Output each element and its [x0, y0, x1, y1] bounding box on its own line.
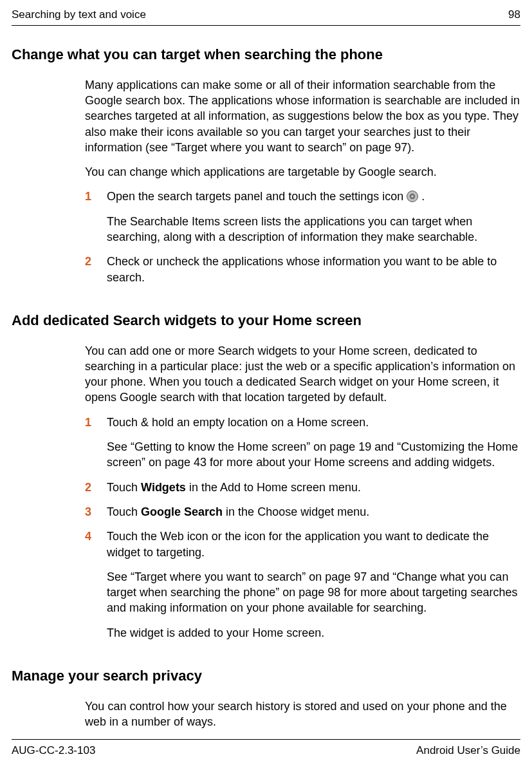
settings-icon: [407, 191, 418, 202]
step-number: 1: [85, 415, 107, 471]
page-header: Searching by text and voice 98: [12, 8, 520, 23]
footer-right: Android User’s Guide: [416, 744, 520, 758]
section-heading-add-widgets: Add dedicated Search widgets to your Hom…: [12, 311, 520, 330]
bold-label: Widgets: [141, 481, 186, 494]
section-body-change-target: Many applications can make some or all o…: [85, 77, 520, 285]
step-number: 1: [85, 189, 107, 245]
paragraph: Many applications can make some or all o…: [85, 77, 520, 155]
section-heading-privacy: Manage your search privacy: [12, 666, 520, 686]
step-text-span: .: [421, 190, 425, 203]
step-text-span: Open the search targets panel and touch …: [107, 190, 407, 203]
section-body-add-widgets: You can add one or more Search widgets t…: [85, 343, 520, 641]
page-number: 98: [508, 8, 520, 23]
paragraph: You can change which applications are ta…: [85, 164, 520, 180]
paragraph: You can control how your search history …: [85, 699, 520, 730]
step-text: Open the search targets panel and touch …: [107, 189, 520, 245]
footer-rule: [12, 739, 520, 740]
step-number: 2: [85, 254, 107, 285]
paragraph: The widget is added to your Home screen.: [107, 625, 520, 641]
step-text-span: Touch: [107, 505, 141, 518]
step-text: Touch & hold an empty location on a Home…: [107, 415, 520, 471]
step-number: 2: [85, 480, 107, 495]
paragraph: See “Target where you want to search” on…: [107, 569, 520, 616]
page-footer: AUG-CC-2.3-103 Android User’s Guide: [12, 739, 520, 758]
step-text-span: in the Choose widget menu.: [223, 505, 369, 518]
paragraph: Touch the Web icon or the icon for the a…: [107, 529, 520, 560]
paragraph: Check or uncheck the applications whose …: [107, 254, 520, 285]
step-text: Touch Google Search in the Choose widget…: [107, 504, 520, 520]
paragraph: The Searchable Items screen lists the ap…: [107, 214, 520, 245]
header-left: Searching by text and voice: [12, 8, 146, 23]
step-text-span: Touch: [107, 481, 141, 494]
page: Searching by text and voice 98 Change wh…: [0, 0, 532, 770]
step-text-span: in the Add to Home screen menu.: [186, 481, 361, 494]
step-number: 4: [85, 529, 107, 641]
step-3: 3 Touch Google Search in the Choose widg…: [85, 504, 520, 520]
step-1: 1 Open the search targets panel and touc…: [85, 189, 520, 245]
paragraph: You can add one or more Search widgets t…: [85, 343, 520, 406]
step-text: Touch Widgets in the Add to Home screen …: [107, 480, 520, 495]
step-text: Check or uncheck the applications whose …: [107, 254, 520, 285]
step-number: 3: [85, 504, 107, 520]
paragraph: Touch & hold an empty location on a Home…: [107, 415, 520, 430]
bold-label: Google Search: [141, 505, 223, 518]
step-4: 4 Touch the Web icon or the icon for the…: [85, 529, 520, 641]
header-rule: [12, 25, 520, 26]
section-body-privacy: You can control how your search history …: [85, 699, 520, 730]
section-heading-change-target: Change what you can target when searchin…: [12, 45, 520, 64]
step-1: 1 Touch & hold an empty location on a Ho…: [85, 415, 520, 471]
step-2: 2 Check or uncheck the applications whos…: [85, 254, 520, 285]
footer-left: AUG-CC-2.3-103: [12, 744, 95, 758]
step-text: Touch the Web icon or the icon for the a…: [107, 529, 520, 641]
step-2: 2 Touch Widgets in the Add to Home scree…: [85, 480, 520, 495]
svg-point-2: [412, 196, 414, 198]
paragraph: See “Getting to know the Home screen” on…: [107, 439, 520, 471]
